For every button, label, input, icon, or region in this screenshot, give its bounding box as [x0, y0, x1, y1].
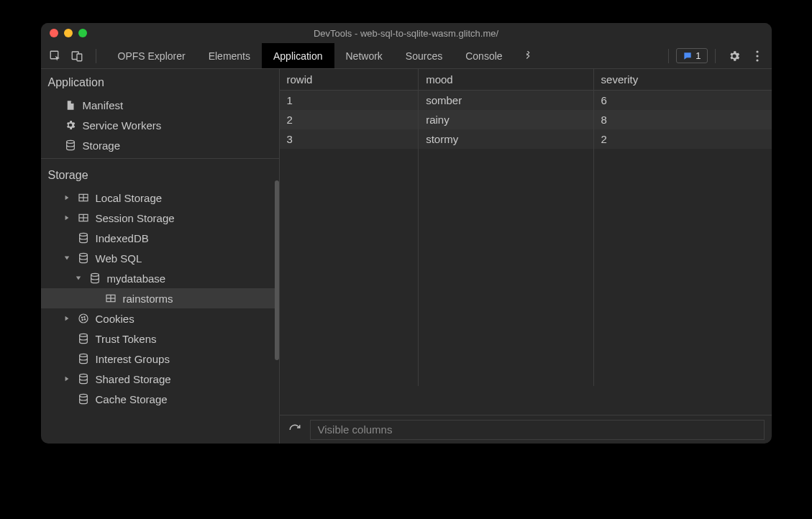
database-icon [88, 272, 101, 285]
titlebar: DevTools - web-sql-to-sqlite-wasm.glitch… [41, 23, 772, 43]
tab-opfs-explorer[interactable]: OPFS Explorer [106, 43, 197, 68]
svg-point-23 [84, 319, 85, 320]
svg-point-26 [79, 374, 87, 377]
cookie-icon [77, 312, 90, 325]
sidebar-item-cache-storage[interactable]: Cache Storage [41, 389, 279, 409]
sidebar-item-rainstorms[interactable]: rainstorms [41, 288, 279, 308]
sidebar-item-session-storage[interactable]: Session Storage [41, 208, 279, 228]
gear-icon [64, 119, 77, 132]
column-header-rowid[interactable]: rowid [280, 69, 419, 91]
settings-button[interactable] [723, 45, 746, 68]
tab-network[interactable]: Network [334, 43, 394, 68]
sidebar-item-local-storage[interactable]: Local Storage [41, 188, 279, 208]
table-icon [77, 211, 90, 224]
expand-arrow-icon [64, 316, 71, 321]
table-cell: stormy [419, 129, 593, 149]
svg-point-21 [83, 316, 84, 317]
expand-arrow-icon [64, 215, 71, 221]
column-header-severity[interactable]: severity [593, 69, 771, 91]
expand-arrow-icon [64, 255, 71, 261]
file-icon [64, 98, 77, 111]
table-icon [77, 191, 90, 204]
svg-point-5 [756, 59, 758, 61]
table-cell: 2 [280, 110, 419, 129]
sidebar-item-interest-groups[interactable]: Interest Groups [41, 349, 279, 369]
sidebar-item-service-workers[interactable]: Service Workers [41, 115, 279, 135]
database-icon [77, 392, 90, 405]
table-row[interactable]: 3stormy2 [280, 129, 772, 149]
svg-point-13 [79, 233, 87, 236]
sidebar-item-manifest[interactable]: Manifest [41, 95, 279, 115]
sidebar-item-label: Web SQL [96, 252, 142, 265]
maximize-window-button[interactable] [78, 29, 87, 37]
sidebar-item-label: Trust Tokens [96, 333, 157, 345]
database-icon [77, 252, 90, 265]
expand-arrow-icon [64, 195, 71, 201]
visible-columns-input[interactable] [310, 420, 765, 440]
sidebar-item-label: rainstorms [123, 293, 173, 305]
sidebar-item-label: Shared Storage [96, 373, 171, 385]
tab-application[interactable]: Application [262, 43, 334, 68]
sidebar-scrollbar[interactable] [275, 180, 279, 360]
sidebar-item-label: Session Storage [96, 212, 175, 224]
database-icon [64, 139, 77, 152]
expand-arrow-icon [76, 275, 83, 281]
main-toolbar: OPFS ExplorerElementsApplicationNetworkS… [41, 43, 772, 69]
column-header-mood[interactable]: mood [419, 69, 593, 91]
table-cell: 1 [280, 91, 419, 111]
sidebar-item-mydatabase[interactable]: mydatabase [41, 268, 279, 288]
svg-point-4 [756, 55, 758, 57]
database-icon [77, 231, 90, 244]
issues-count: 1 [695, 50, 701, 61]
sidebar-item-label: Interest Groups [96, 353, 170, 365]
more-tabs-button[interactable] [514, 43, 542, 68]
application-sidebar: Application ManifestService WorkersStora… [41, 69, 280, 444]
database-icon [77, 332, 90, 345]
table-icon [104, 292, 117, 305]
sidebar-section-application: Application [41, 69, 279, 95]
sidebar-item-storage[interactable]: Storage [41, 135, 279, 155]
svg-point-6 [66, 140, 74, 143]
table-row[interactable]: 2rainy8 [280, 110, 772, 129]
refresh-button[interactable] [287, 422, 303, 438]
data-table-wrap: rowidmoodseverity 1somber62rainy83stormy… [280, 69, 772, 415]
database-icon [77, 352, 90, 365]
sidebar-item-shared-storage[interactable]: Shared Storage [41, 369, 279, 389]
tab-console[interactable]: Console [454, 43, 514, 68]
sidebar-item-label: Manifest [83, 99, 124, 111]
sidebar-item-trust-tokens[interactable]: Trust Tokens [41, 329, 279, 349]
window-title: DevTools - web-sql-to-sqlite-wasm.glitch… [41, 28, 772, 39]
sidebar-item-web-sql[interactable]: Web SQL [41, 248, 279, 268]
issues-badge[interactable]: 1 [676, 48, 707, 63]
svg-point-25 [79, 354, 87, 357]
more-options-button[interactable] [749, 45, 766, 68]
sidebar-item-indexeddb[interactable]: IndexedDB [41, 228, 279, 248]
sidebar-item-cookies[interactable]: Cookies [41, 308, 279, 329]
inspect-element-icon[interactable] [48, 49, 63, 63]
svg-point-14 [79, 253, 87, 256]
tab-sources[interactable]: Sources [394, 43, 454, 68]
svg-point-3 [756, 50, 758, 52]
minimize-window-button[interactable] [64, 29, 73, 37]
data-table: rowidmoodseverity 1somber62rainy83stormy… [280, 69, 772, 386]
sidebar-item-label: Service Workers [83, 119, 162, 132]
svg-point-15 [91, 273, 99, 276]
sidebar-item-label: Local Storage [96, 192, 163, 204]
tab-elements[interactable]: Elements [197, 43, 262, 68]
svg-point-24 [79, 334, 87, 336]
svg-point-27 [79, 394, 87, 397]
sidebar-item-label: Storage [83, 139, 121, 152]
device-toggle-icon[interactable] [70, 49, 84, 63]
svg-rect-2 [77, 54, 82, 61]
sidebar-item-label: Cookies [96, 313, 134, 325]
sidebar-section-storage: Storage [41, 162, 279, 188]
devtools-window: DevTools - web-sql-to-sqlite-wasm.glitch… [41, 23, 772, 444]
sidebar-item-label: mydatabase [107, 272, 166, 285]
table-cell: somber [419, 91, 593, 111]
table-cell: 6 [593, 91, 771, 111]
table-toolbar [280, 415, 772, 444]
panel-tabs: OPFS ExplorerElementsApplicationNetworkS… [106, 43, 514, 68]
table-row[interactable]: 1somber6 [280, 91, 772, 111]
close-window-button[interactable] [50, 29, 58, 37]
main-panel: rowidmoodseverity 1somber62rainy83stormy… [280, 69, 772, 444]
